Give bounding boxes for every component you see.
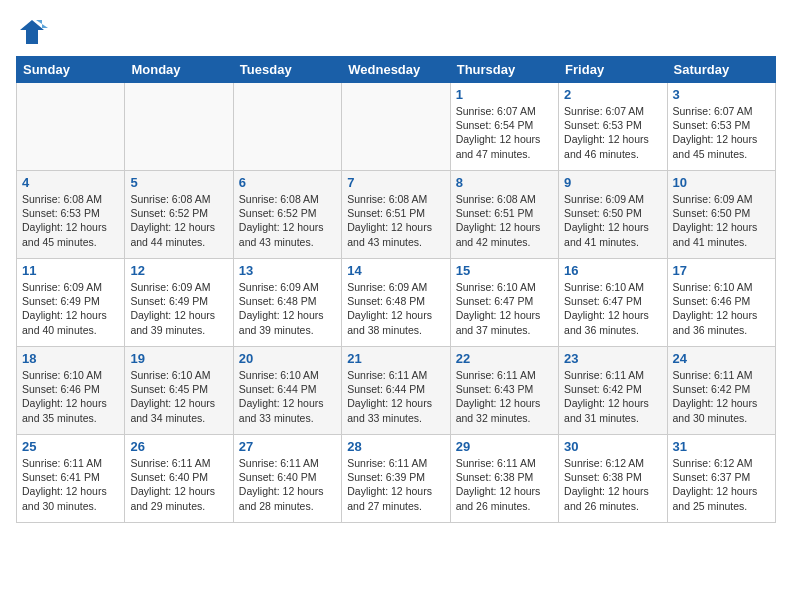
day-number: 14 [347, 263, 444, 278]
day-number: 1 [456, 87, 553, 102]
day-number: 11 [22, 263, 119, 278]
calendar-cell: 6Sunrise: 6:08 AM Sunset: 6:52 PM Daylig… [233, 171, 341, 259]
day-info: Sunrise: 6:11 AM Sunset: 6:41 PM Dayligh… [22, 456, 119, 513]
calendar-cell: 18Sunrise: 6:10 AM Sunset: 6:46 PM Dayli… [17, 347, 125, 435]
day-info: Sunrise: 6:10 AM Sunset: 6:47 PM Dayligh… [456, 280, 553, 337]
calendar-cell: 23Sunrise: 6:11 AM Sunset: 6:42 PM Dayli… [559, 347, 667, 435]
day-info: Sunrise: 6:09 AM Sunset: 6:48 PM Dayligh… [347, 280, 444, 337]
calendar-cell: 13Sunrise: 6:09 AM Sunset: 6:48 PM Dayli… [233, 259, 341, 347]
day-info: Sunrise: 6:09 AM Sunset: 6:49 PM Dayligh… [130, 280, 227, 337]
calendar-cell: 15Sunrise: 6:10 AM Sunset: 6:47 PM Dayli… [450, 259, 558, 347]
calendar-cell: 22Sunrise: 6:11 AM Sunset: 6:43 PM Dayli… [450, 347, 558, 435]
day-number: 4 [22, 175, 119, 190]
day-info: Sunrise: 6:11 AM Sunset: 6:38 PM Dayligh… [456, 456, 553, 513]
page-header [16, 16, 776, 48]
logo-icon [16, 16, 48, 48]
day-number: 26 [130, 439, 227, 454]
day-info: Sunrise: 6:09 AM Sunset: 6:50 PM Dayligh… [564, 192, 661, 249]
calendar-cell: 20Sunrise: 6:10 AM Sunset: 6:44 PM Dayli… [233, 347, 341, 435]
day-info: Sunrise: 6:11 AM Sunset: 6:40 PM Dayligh… [130, 456, 227, 513]
day-info: Sunrise: 6:08 AM Sunset: 6:51 PM Dayligh… [347, 192, 444, 249]
day-info: Sunrise: 6:09 AM Sunset: 6:50 PM Dayligh… [673, 192, 770, 249]
day-number: 3 [673, 87, 770, 102]
calendar-cell [125, 83, 233, 171]
calendar-cell: 12Sunrise: 6:09 AM Sunset: 6:49 PM Dayli… [125, 259, 233, 347]
day-info: Sunrise: 6:11 AM Sunset: 6:43 PM Dayligh… [456, 368, 553, 425]
calendar-cell: 17Sunrise: 6:10 AM Sunset: 6:46 PM Dayli… [667, 259, 775, 347]
calendar-header: SundayMondayTuesdayWednesdayThursdayFrid… [17, 57, 776, 83]
day-number: 6 [239, 175, 336, 190]
calendar-cell: 8Sunrise: 6:08 AM Sunset: 6:51 PM Daylig… [450, 171, 558, 259]
day-info: Sunrise: 6:10 AM Sunset: 6:46 PM Dayligh… [673, 280, 770, 337]
day-number: 24 [673, 351, 770, 366]
day-number: 27 [239, 439, 336, 454]
day-number: 30 [564, 439, 661, 454]
day-info: Sunrise: 6:08 AM Sunset: 6:52 PM Dayligh… [130, 192, 227, 249]
day-number: 16 [564, 263, 661, 278]
day-info: Sunrise: 6:11 AM Sunset: 6:40 PM Dayligh… [239, 456, 336, 513]
calendar-cell: 11Sunrise: 6:09 AM Sunset: 6:49 PM Dayli… [17, 259, 125, 347]
calendar-cell [17, 83, 125, 171]
calendar-cell: 26Sunrise: 6:11 AM Sunset: 6:40 PM Dayli… [125, 435, 233, 523]
calendar-cell: 28Sunrise: 6:11 AM Sunset: 6:39 PM Dayli… [342, 435, 450, 523]
calendar-body: 1Sunrise: 6:07 AM Sunset: 6:54 PM Daylig… [17, 83, 776, 523]
logo [16, 16, 52, 48]
day-number: 15 [456, 263, 553, 278]
calendar-cell: 2Sunrise: 6:07 AM Sunset: 6:53 PM Daylig… [559, 83, 667, 171]
day-number: 10 [673, 175, 770, 190]
day-info: Sunrise: 6:09 AM Sunset: 6:48 PM Dayligh… [239, 280, 336, 337]
day-info: Sunrise: 6:08 AM Sunset: 6:53 PM Dayligh… [22, 192, 119, 249]
day-info: Sunrise: 6:07 AM Sunset: 6:53 PM Dayligh… [564, 104, 661, 161]
weekday-header-sunday: Sunday [17, 57, 125, 83]
calendar-cell: 10Sunrise: 6:09 AM Sunset: 6:50 PM Dayli… [667, 171, 775, 259]
weekday-header-friday: Friday [559, 57, 667, 83]
calendar-cell [233, 83, 341, 171]
day-number: 8 [456, 175, 553, 190]
day-number: 12 [130, 263, 227, 278]
day-number: 5 [130, 175, 227, 190]
calendar-week-5: 25Sunrise: 6:11 AM Sunset: 6:41 PM Dayli… [17, 435, 776, 523]
svg-marker-1 [20, 20, 44, 44]
calendar-cell: 7Sunrise: 6:08 AM Sunset: 6:51 PM Daylig… [342, 171, 450, 259]
day-info: Sunrise: 6:11 AM Sunset: 6:44 PM Dayligh… [347, 368, 444, 425]
calendar-cell: 27Sunrise: 6:11 AM Sunset: 6:40 PM Dayli… [233, 435, 341, 523]
calendar-cell: 21Sunrise: 6:11 AM Sunset: 6:44 PM Dayli… [342, 347, 450, 435]
day-number: 7 [347, 175, 444, 190]
day-info: Sunrise: 6:10 AM Sunset: 6:44 PM Dayligh… [239, 368, 336, 425]
calendar-cell: 25Sunrise: 6:11 AM Sunset: 6:41 PM Dayli… [17, 435, 125, 523]
day-info: Sunrise: 6:10 AM Sunset: 6:45 PM Dayligh… [130, 368, 227, 425]
day-number: 13 [239, 263, 336, 278]
calendar-cell: 31Sunrise: 6:12 AM Sunset: 6:37 PM Dayli… [667, 435, 775, 523]
calendar-cell [342, 83, 450, 171]
day-info: Sunrise: 6:08 AM Sunset: 6:51 PM Dayligh… [456, 192, 553, 249]
day-number: 17 [673, 263, 770, 278]
calendar-cell: 3Sunrise: 6:07 AM Sunset: 6:53 PM Daylig… [667, 83, 775, 171]
day-number: 31 [673, 439, 770, 454]
day-number: 28 [347, 439, 444, 454]
weekday-header-tuesday: Tuesday [233, 57, 341, 83]
day-info: Sunrise: 6:10 AM Sunset: 6:47 PM Dayligh… [564, 280, 661, 337]
weekday-header-monday: Monday [125, 57, 233, 83]
day-info: Sunrise: 6:11 AM Sunset: 6:39 PM Dayligh… [347, 456, 444, 513]
day-info: Sunrise: 6:11 AM Sunset: 6:42 PM Dayligh… [564, 368, 661, 425]
calendar-week-4: 18Sunrise: 6:10 AM Sunset: 6:46 PM Dayli… [17, 347, 776, 435]
calendar-cell: 29Sunrise: 6:11 AM Sunset: 6:38 PM Dayli… [450, 435, 558, 523]
day-number: 21 [347, 351, 444, 366]
calendar-cell: 16Sunrise: 6:10 AM Sunset: 6:47 PM Dayli… [559, 259, 667, 347]
weekday-header-saturday: Saturday [667, 57, 775, 83]
calendar-cell: 1Sunrise: 6:07 AM Sunset: 6:54 PM Daylig… [450, 83, 558, 171]
calendar-cell: 4Sunrise: 6:08 AM Sunset: 6:53 PM Daylig… [17, 171, 125, 259]
day-number: 20 [239, 351, 336, 366]
day-number: 9 [564, 175, 661, 190]
day-number: 23 [564, 351, 661, 366]
day-number: 2 [564, 87, 661, 102]
calendar-week-2: 4Sunrise: 6:08 AM Sunset: 6:53 PM Daylig… [17, 171, 776, 259]
day-number: 22 [456, 351, 553, 366]
day-info: Sunrise: 6:09 AM Sunset: 6:49 PM Dayligh… [22, 280, 119, 337]
weekday-header-wednesday: Wednesday [342, 57, 450, 83]
day-number: 29 [456, 439, 553, 454]
day-info: Sunrise: 6:08 AM Sunset: 6:52 PM Dayligh… [239, 192, 336, 249]
day-info: Sunrise: 6:07 AM Sunset: 6:53 PM Dayligh… [673, 104, 770, 161]
calendar-cell: 30Sunrise: 6:12 AM Sunset: 6:38 PM Dayli… [559, 435, 667, 523]
calendar-cell: 19Sunrise: 6:10 AM Sunset: 6:45 PM Dayli… [125, 347, 233, 435]
